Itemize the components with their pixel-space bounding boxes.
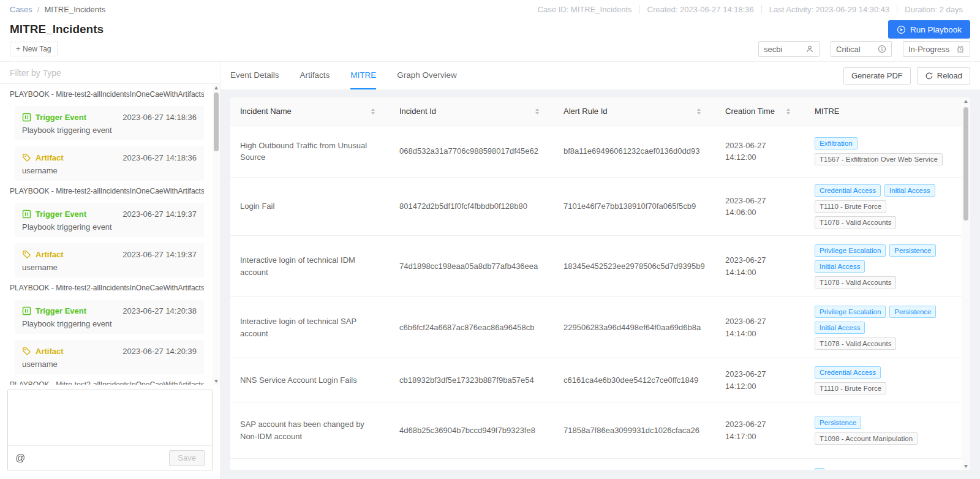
timeline-item-timestamp: 2023-06-27 14:18:36	[123, 153, 197, 162]
timeline-item-label: Trigger Event	[36, 306, 86, 315]
tab-artifacts[interactable]: Artifacts	[300, 62, 330, 89]
scroll-up-arrow[interactable]	[213, 84, 220, 91]
timeline-item-timestamp: 2023-06-27 14:19:37	[123, 209, 197, 219]
incident-id-cell: 74d1898cc198eaa05a8db77afb436eea	[390, 236, 554, 296]
case-last-activity-label: Last Activity: 2023-06-29 14:30:43	[761, 5, 897, 14]
incident-table-card: Incident NameIncident IdAlert Rule IdCre…	[230, 97, 970, 470]
mitre-cell: Credential AccessInitial AccessT1110 - B…	[805, 178, 962, 235]
mitre-tactic-tag: Persistence	[889, 306, 936, 318]
timeline-item-label: Artifact	[36, 153, 64, 162]
scroll-down-arrow[interactable]	[213, 377, 220, 385]
mitre-cell: Privilege EscalationPersistenceInitial A…	[805, 297, 962, 358]
table-scrollbar	[962, 97, 970, 470]
artifact-tag-icon	[22, 347, 31, 356]
column-header-incident-id[interactable]: Incident Id	[390, 97, 554, 125]
timeline-card-artifact[interactable]: Artifact2023-06-27 14:19:37username	[15, 243, 204, 277]
sort-caret-icon[interactable]	[535, 108, 539, 115]
title-row: MITRE_Incidents Run Playbook	[0, 18, 980, 40]
severity-select[interactable]: Critical	[831, 41, 892, 57]
timeline-item-body: username	[22, 166, 197, 175]
incident-id-cell: cb18932bf3df5e17323b887f9ba57e54	[390, 358, 554, 402]
column-header-alert-rule-id[interactable]: Alert Rule Id	[554, 97, 715, 125]
alert-rule-id-cell: 229506283a96d4498ef64f0aa69d6b8a	[554, 297, 715, 358]
comment-input[interactable]	[8, 390, 212, 445]
case-duration-label: Duration: 2 days	[897, 5, 970, 14]
reload-icon	[925, 72, 933, 80]
alert-rule-id-cell: 71858a7f86ea3099931dc1026cfaca26	[554, 402, 715, 458]
incident-id-cell: 801472d2b5df1f0fcf4fbbdb0f128b80	[390, 178, 554, 235]
status-select[interactable]: In-Progress	[903, 41, 970, 57]
save-comment-button[interactable]: Save	[169, 450, 205, 466]
case-page: Cases / MITRE_Incidents Case ID: MITRE_I…	[0, 0, 980, 479]
table-scroll-down-arrow[interactable]	[962, 462, 970, 470]
timeline-group-header: PLAYBOOK - Mitre-test2-allIncidentsInOne…	[10, 187, 204, 198]
column-header-creation-time[interactable]: Creation Time	[715, 97, 805, 125]
timeline-card-artifact[interactable]: Artifact2023-06-27 14:18:36username	[15, 146, 204, 181]
incident-table-row[interactable]: Interactive login of technical SAP accou…	[230, 297, 962, 358]
column-header-label: Creation Time	[725, 107, 775, 116]
breadcrumb-cases-link[interactable]: Cases	[10, 5, 32, 14]
column-header-label: Incident Name	[240, 107, 292, 116]
timeline-group-header: PLAYBOOK - Mitre-test2-allIncidentsInOne…	[10, 90, 204, 101]
sort-caret-icon[interactable]	[371, 108, 375, 115]
mitre-cell: PersistenceT1098 - Account Manipulation	[805, 402, 962, 458]
timeline-card-trigger[interactable]: Trigger Event2023-06-27 14:18:36Playbook…	[15, 106, 204, 140]
mitre-tactic-tag: Privilege Escalation	[815, 244, 886, 257]
timeline-card-trigger[interactable]: Trigger Event2023-06-27 14:19:37Playbook…	[15, 203, 204, 237]
timeline-card-trigger[interactable]: Trigger Event2023-06-27 14:20:38Playbook…	[15, 300, 204, 334]
incident-table-row[interactable]: High Outbound Traffic from Unusual Sourc…	[230, 126, 962, 178]
tag-row: + New Tag secbi Critical In-Progress	[0, 40, 980, 61]
status-value: In-Progress	[908, 45, 949, 54]
incident-table-row[interactable]: Login Fail801472d2b5df1f0fcf4fbbdb0f128b…	[230, 178, 962, 236]
table-scrollbar-thumb[interactable]	[963, 107, 968, 221]
incident-name-cell: High Outbound Traffic from Unusual Sourc…	[230, 126, 390, 177]
new-tag-button[interactable]: + New Tag	[10, 42, 58, 56]
incident-id-cell: 068d532a31a7706c988598017df45e62	[390, 126, 554, 177]
sort-caret-icon[interactable]	[786, 108, 790, 115]
reload-button[interactable]: Reload	[917, 67, 970, 85]
timeline-item-timestamp: 2023-06-27 14:20:38	[123, 306, 197, 315]
sort-caret-icon[interactable]	[697, 108, 701, 115]
alert-rule-id-cell: bf8a11e69496061232caef0136d0dd93	[554, 126, 715, 177]
creation-time-cell: 2023-06-27 14:14:00	[715, 236, 805, 296]
assignee-select[interactable]: secbi	[758, 41, 820, 57]
mitre-technique-tag: T1078 - Valid Accounts	[815, 276, 896, 289]
alert-rule-id-cell: 7101e46f7e7bb138910f70fa065f5cb9	[554, 178, 715, 235]
alert-rule-id-cell: 18345e452523ee2978506c5d7d9395b9	[554, 236, 715, 296]
tab-event-details[interactable]: Event Details	[230, 62, 279, 89]
tab-bar: Event DetailsArtifactsMITREGraph Overvie…	[221, 62, 980, 90]
incident-table-row[interactable]: SAP account has been changed by Non-IDM …	[230, 402, 962, 459]
mention-button[interactable]: @	[15, 453, 25, 464]
sidebar-scrollbar	[213, 84, 220, 385]
tab-mitre[interactable]: MITRE	[350, 62, 376, 89]
mitre-tactic-tag: Credential Access	[815, 184, 881, 197]
column-header-mitre: MITRE	[805, 97, 962, 125]
info-circle-icon	[878, 45, 886, 53]
incident-table-row[interactable]: NNS Service Account Login Failscb18932bf…	[230, 358, 962, 402]
content-area: PLAYBOOK - Mitre-test2-allIncidentsInOne…	[0, 61, 980, 479]
new-tag-label: New Tag	[23, 45, 51, 53]
incident-name-cell: Interactive login of technical IDM accou…	[230, 236, 390, 296]
incident-table-row[interactable]: Interactive login of technical IDM accou…	[230, 236, 962, 297]
column-header-label: MITRE	[815, 107, 839, 116]
column-header-incident-name[interactable]: Incident Name	[230, 97, 390, 125]
scrollbar-thumb[interactable]	[214, 92, 219, 151]
generate-pdf-button[interactable]: Generate PDF	[843, 67, 911, 85]
timeline-item-body: Playbook triggering event	[22, 222, 197, 232]
breadcrumb: Cases / MITRE_Incidents	[10, 5, 105, 14]
table-scroll-up-arrow[interactable]	[962, 97, 970, 105]
filter-by-type-input[interactable]	[10, 68, 210, 78]
timeline-card-artifact[interactable]: Artifact2023-06-27 14:20:39username	[15, 340, 204, 374]
timeline-group-header: PLAYBOOK - Mitre-test2-allIncidentsInOne…	[10, 284, 204, 295]
artifact-tag-icon	[22, 250, 31, 259]
generate-pdf-label: Generate PDF	[851, 71, 903, 80]
timeline-item-label: Trigger Event	[36, 113, 86, 122]
mitre-technique-tag: T1098 - Account Manipulation	[815, 432, 918, 445]
tab-graph-overview[interactable]: Graph Overview	[397, 62, 457, 89]
creation-time-cell: 2023-06-27 14:17:00	[715, 402, 805, 458]
timeline-item-body: Playbook triggering event	[22, 126, 197, 135]
mitre-cell: ExfiltrationT1567 - Exfiltration Over We…	[805, 126, 962, 177]
run-playbook-button[interactable]: Run Playbook	[888, 20, 970, 39]
case-field-group: secbi Critical In-Progress	[758, 41, 970, 57]
mitre-tactic-tag: Initial Access	[884, 184, 935, 197]
